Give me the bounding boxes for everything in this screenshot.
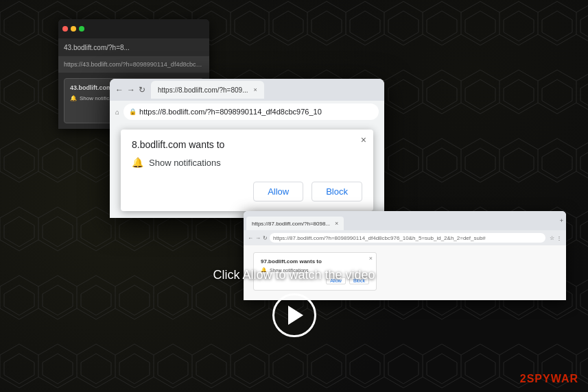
- browser-small-address-text: https://87.bodlift.com/?h=8098990114_df4…: [273, 235, 486, 241]
- watermark-text: 2SPYWAR: [520, 373, 578, 384]
- play-button[interactable]: [272, 293, 316, 337]
- window-maximize-dot[interactable]: [79, 26, 84, 32]
- browser-main-address-row: ⌂ 🔒 https://8.bodlift.com/?h=8098990114_…: [110, 101, 384, 123]
- browser-main-block-button[interactable]: Block: [311, 182, 362, 201]
- bell-icon: 🔔: [70, 95, 77, 101]
- browser-small-nav: ← → ↻ https://87.bodlift.com/?h=80989901…: [244, 230, 566, 245]
- forward-icon[interactable]: →: [255, 235, 261, 241]
- window-minimize-dot[interactable]: [71, 26, 76, 32]
- browser-back-address-text: https://43.bodlift.com/?h=8098990114_df4…: [64, 61, 204, 68]
- play-triangle-icon: [288, 306, 303, 325]
- browser-small-tab-label: https://87.bodlift.com/?h=8098...: [252, 221, 330, 227]
- home-icon[interactable]: ⌂: [115, 108, 119, 116]
- click-allow-text: Click Allow to watch the video: [213, 268, 375, 282]
- star-icon[interactable]: ☆: [550, 235, 554, 241]
- bell-icon: 🔔: [132, 157, 143, 168]
- tab-close-icon[interactable]: ×: [335, 220, 338, 227]
- browser-back-tab-label: 43.bodlift.com/?h=8...: [64, 44, 130, 51]
- browser-small-tabbar: https://87.bodlift.com/?h=8098... × +: [244, 211, 566, 230]
- browser-main-notif-text: Show notifications: [149, 158, 221, 168]
- browser-main-notif-title: 8.bodlift.com wants to: [132, 139, 362, 150]
- browser-main-tab-label: https://8.bodlift.com/?h=809...: [158, 86, 248, 94]
- browser-small-tab[interactable]: https://87.bodlift.com/?h=8098... ×: [246, 217, 344, 230]
- browser-main-allow-button[interactable]: Allow: [253, 182, 303, 201]
- bottom-section: Click Allow to watch the video: [0, 268, 588, 337]
- close-icon[interactable]: ×: [361, 135, 366, 145]
- new-tab-icon[interactable]: +: [560, 217, 563, 224]
- browser-main-tabbar: ← → ↻ https://8.bodlift.com/?h=809... ×: [110, 79, 384, 101]
- browser-small-address-bar[interactable]: https://87.bodlift.com/?h=8098990114_df4…: [270, 233, 545, 243]
- close-icon[interactable]: ×: [369, 255, 373, 262]
- browser-main-btn-row: Allow Block: [132, 182, 362, 201]
- browser-window-main: ← → ↻ https://8.bodlift.com/?h=809... × …: [110, 79, 384, 218]
- menu-icon[interactable]: ⋮: [556, 235, 562, 241]
- watermark: 2SPYWAR: [520, 373, 578, 385]
- lock-icon: 🔒: [129, 108, 137, 115]
- browser-back-tabbar: [58, 19, 209, 38]
- browser-main-nav-icons: ← → ↻: [115, 85, 145, 95]
- back-icon[interactable]: ←: [115, 85, 124, 95]
- browser-main-notification-dialog: × 8.bodlift.com wants to 🔔 Show notifica…: [121, 130, 373, 211]
- reload-icon[interactable]: ↻: [139, 85, 145, 95]
- reload-icon[interactable]: ↻: [263, 235, 268, 241]
- browser-main-notif-row: 🔔 Show notifications: [132, 157, 362, 168]
- window-close-dot[interactable]: [62, 26, 68, 32]
- tab-close-icon[interactable]: ×: [253, 86, 257, 93]
- back-icon[interactable]: ←: [248, 235, 253, 241]
- browser-main-tab[interactable]: https://8.bodlift.com/?h=809... ×: [151, 81, 264, 99]
- browser-back-address-bar[interactable]: https://43.bodlift.com/?h=8098990114_df4…: [58, 56, 209, 73]
- browser-back-tabstrip: 43.bodlift.com/?h=8...: [58, 38, 209, 56]
- forward-icon[interactable]: →: [127, 85, 135, 95]
- browser-small-notif-title: 97.bodlift.com wants to: [261, 258, 369, 265]
- browser-main-address-url: https://8.bodlift.com/?h=8098990114_df4d…: [139, 108, 373, 116]
- browser-main-address-bar[interactable]: 🔒 https://8.bodlift.com/?h=8098990114_df…: [124, 103, 379, 120]
